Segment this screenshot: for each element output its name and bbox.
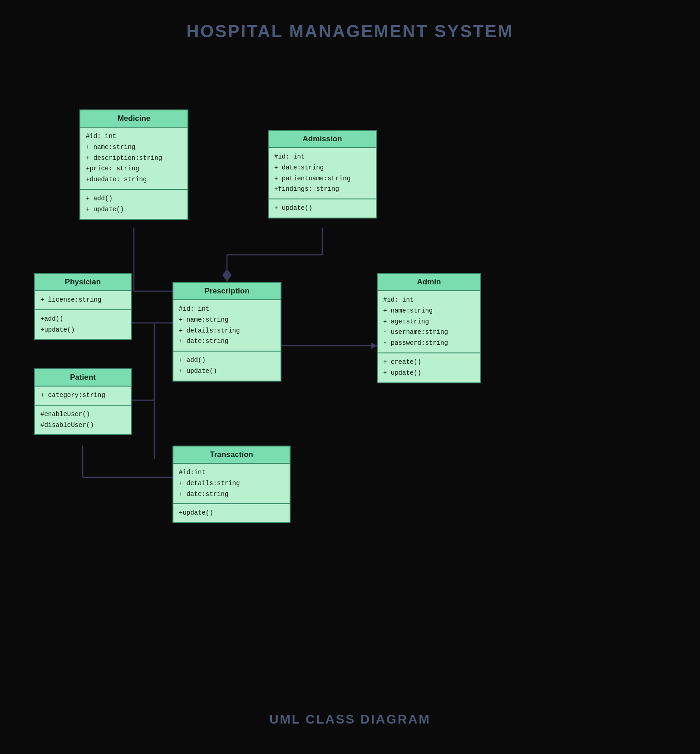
- medicine-class: Medicine #id: int + name:string + descri…: [79, 109, 188, 220]
- patient-attrs: + category:string: [35, 387, 131, 406]
- medicine-class-name: Medicine: [80, 110, 187, 128]
- transaction-class-name: Transaction: [173, 446, 290, 464]
- medicine-attrs: #id: int + name:string + description:str…: [80, 128, 187, 190]
- admin-methods: + create() + update(): [378, 353, 480, 382]
- prescription-attrs: #id: int + name:string + details:string …: [173, 300, 281, 352]
- prescription-class: Prescription #id: int + name:string + de…: [173, 282, 281, 382]
- uml-diagram: Medicine #id: int + name:string + descri…: [0, 50, 700, 732]
- subtitle: UML CLASS DIAGRAM: [0, 712, 700, 727]
- admission-class-name: Admission: [269, 131, 376, 148]
- svg-marker-10: [371, 342, 377, 349]
- patient-methods: #enableUser() #disableUser(): [35, 406, 131, 435]
- medicine-methods: + add() + update(): [80, 190, 187, 219]
- admission-methods: + update(): [269, 199, 376, 218]
- physician-methods: +add() +update(): [35, 310, 131, 339]
- patient-class: Patient + category:string #enableUser() …: [34, 368, 132, 435]
- prescription-class-name: Prescription: [173, 283, 281, 300]
- page-title: HOSPITAL MANAGEMENT SYSTEM: [0, 0, 700, 41]
- prescription-methods: + add() + update(): [173, 352, 281, 381]
- physician-class-name: Physician: [35, 274, 131, 291]
- admission-class: Admission #id: int + date:string + patie…: [268, 130, 377, 218]
- transaction-methods: +update(): [173, 504, 290, 522]
- admission-attrs: #id: int + date:string + patientname:str…: [269, 148, 376, 199]
- physician-class: Physician + license:string +add() +updat…: [34, 273, 132, 340]
- admin-attrs: #id: int + name:string + age:string - us…: [378, 291, 480, 353]
- patient-class-name: Patient: [35, 369, 131, 387]
- svg-marker-5: [222, 269, 232, 281]
- transaction-class: Transaction #id:int + details:string + d…: [173, 446, 291, 523]
- physician-attrs: + license:string: [35, 291, 131, 310]
- admin-class: Admin #id: int + name:string + age:strin…: [377, 273, 481, 383]
- admin-class-name: Admin: [378, 274, 480, 291]
- transaction-attrs: #id:int + details:string + date:string: [173, 464, 290, 504]
